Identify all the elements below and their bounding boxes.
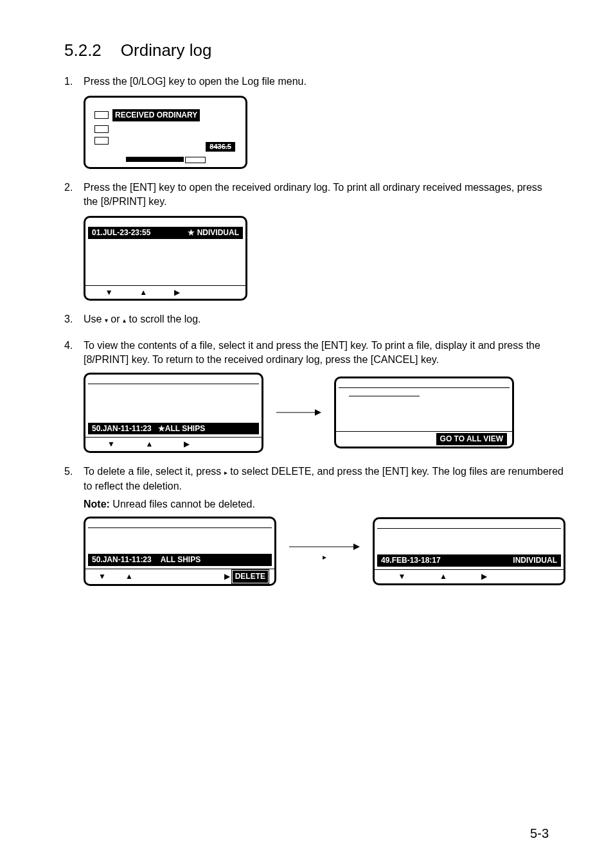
step-text-pre: Use bbox=[84, 314, 105, 324]
nav-right-icon: ▶ bbox=[481, 571, 487, 582]
step-number: 2. bbox=[64, 181, 84, 301]
go-to-all-view-button: GO TO ALL VIEW bbox=[436, 433, 507, 445]
arrow-right-icon bbox=[276, 406, 321, 419]
figure-detail-view: GO TO ALL VIEW bbox=[334, 376, 514, 448]
value-readout: 8436.5 bbox=[206, 142, 235, 152]
nav-row: ▼ ▲ ▶ bbox=[85, 285, 245, 299]
bar-segment bbox=[185, 157, 206, 163]
figure-log-list: 50.JAN-11-11:23 ★ALL SHIPS ▼ ▲ ▶ bbox=[84, 373, 263, 454]
nav-up-icon: ▲ bbox=[125, 571, 133, 582]
note: Note: Unread files cannot be deleted. bbox=[84, 497, 565, 511]
step-text: To delete a file, select it, press ▸ to … bbox=[84, 465, 565, 493]
log-row-selected: 50.JAN-11-11:23 ★ALL SHIPS bbox=[88, 423, 259, 435]
log-time: 01.JUL-23-23:55 bbox=[92, 227, 150, 238]
nav-up-icon: ▲ bbox=[139, 287, 147, 298]
bar-segment bbox=[126, 157, 184, 162]
log-row-selected: 01.JUL-23-23:55 ★ NDIVIDUAL bbox=[88, 227, 243, 239]
nav-row: ▼ ▲ ▶ bbox=[85, 437, 262, 451]
step-number: 3. bbox=[64, 312, 84, 326]
svg-marker-1 bbox=[315, 409, 321, 416]
nav-row: ▼ ▲ ▶ DELETE bbox=[85, 569, 274, 584]
nav-up-icon: ▲ bbox=[440, 571, 447, 582]
figure-after-delete: 49.FEB-13-18:17 INDIVIDUAL ▼ ▲ ▶ bbox=[373, 517, 565, 585]
log-type: ALL SHIPS bbox=[161, 554, 200, 565]
note-label: Note: bbox=[84, 499, 110, 509]
figure-log-file-menu: RECEIVED ORDINARY 8436.5 bbox=[84, 96, 247, 169]
step-number: 5. bbox=[64, 465, 84, 586]
figure-delete-prompt: 50.JAN-11-11:23 ALL SHIPS ▼ ▲ ▶ DELETE bbox=[84, 517, 276, 586]
box-icon bbox=[94, 125, 109, 133]
figure-received-log: 01.JUL-23-23:55 ★ NDIVIDUAL ▼ ▲ ▶ bbox=[84, 216, 247, 301]
nav-down-icon: ▼ bbox=[105, 287, 113, 298]
log-type: INDIVIDUAL bbox=[513, 555, 557, 566]
log-type: ★ NDIVIDUAL bbox=[188, 227, 239, 238]
delete-button: DELETE bbox=[233, 571, 268, 583]
log-row-selected: 49.FEB-13-18:17 INDIVIDUAL bbox=[377, 554, 561, 567]
log-row-selected: 50.JAN-11-11:23 ALL SHIPS bbox=[88, 554, 272, 566]
nav-right-icon: ▶ bbox=[224, 571, 230, 582]
step-list: 1. Press the [0/LOG] key to open the Log… bbox=[64, 75, 549, 585]
note-text: Unread files cannot be deleted. bbox=[110, 499, 255, 509]
step-text-mid: or bbox=[108, 314, 123, 324]
step-text: Press the [0/LOG] key to open the Log fi… bbox=[84, 75, 549, 89]
step-text: To view the contents of a file, select i… bbox=[84, 339, 549, 368]
selected-menu-item: RECEIVED ORDINARY bbox=[112, 109, 200, 121]
step-text-post: to scroll the log. bbox=[126, 314, 201, 324]
triangle-right-icon: ▸ bbox=[323, 552, 326, 563]
step-number: 1. bbox=[64, 75, 84, 169]
step-text: Press the [ENT] key to open the received… bbox=[84, 181, 549, 209]
nav-right-icon: ▶ bbox=[184, 439, 190, 450]
nav-right-icon: ▶ bbox=[174, 287, 180, 298]
box-icon bbox=[94, 111, 109, 119]
box-icon bbox=[94, 137, 109, 145]
log-time: 50.JAN-11-11:23 bbox=[92, 423, 152, 434]
section-heading: 5.2.2Ordinary log bbox=[64, 39, 549, 62]
nav-down-icon: ▼ bbox=[398, 571, 405, 582]
nav-down-icon: ▼ bbox=[107, 439, 115, 450]
section-title: Ordinary log bbox=[121, 40, 212, 60]
nav-row: GO TO ALL VIEW bbox=[336, 431, 512, 447]
nav-up-icon: ▲ bbox=[146, 439, 154, 450]
nav-row: ▼ ▲ ▶ bbox=[375, 569, 564, 583]
log-time: 49.FEB-13-18:17 bbox=[381, 555, 441, 566]
log-time: 50.JAN-11-11:23 bbox=[92, 554, 152, 565]
nav-down-icon: ▼ bbox=[98, 571, 106, 582]
arrow-right-icon bbox=[289, 540, 360, 553]
log-type: ★ALL SHIPS bbox=[158, 423, 205, 434]
step-number: 4. bbox=[64, 339, 84, 453]
section-number: 5.2.2 bbox=[64, 40, 102, 60]
svg-marker-3 bbox=[353, 544, 360, 550]
